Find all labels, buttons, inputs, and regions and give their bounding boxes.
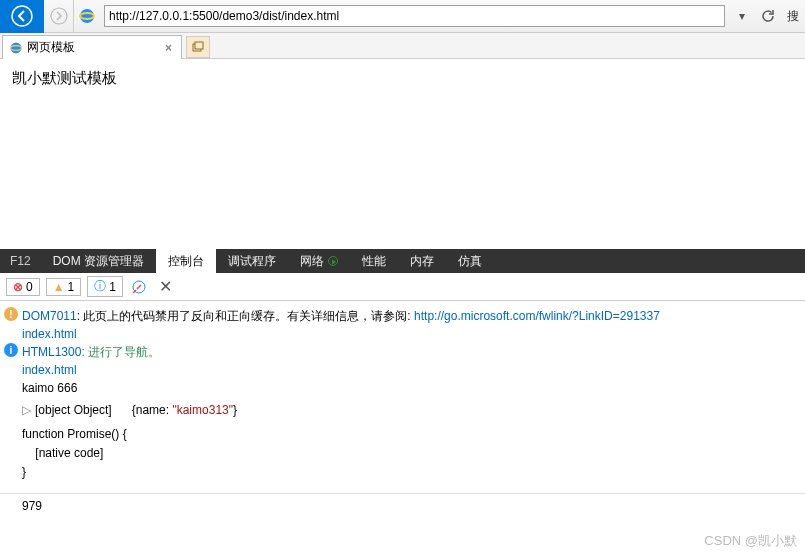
tab-console[interactable]: 控制台 xyxy=(156,249,216,273)
tab-dom-explorer[interactable]: DOM 资源管理器 xyxy=(41,249,156,273)
new-tab-button[interactable] xyxy=(186,36,210,58)
tab-memory[interactable]: 内存 xyxy=(398,249,446,273)
dropdown-button[interactable]: ▾ xyxy=(730,4,754,28)
info-count[interactable]: ⓘ 1 xyxy=(87,276,123,297)
tab-network[interactable]: 网络 xyxy=(288,249,350,273)
watermark: CSDN @凯小默 xyxy=(704,532,797,550)
back-button[interactable] xyxy=(0,0,44,33)
console-object-row[interactable]: ▷[object Object] {name: "kaimo313"} xyxy=(0,399,805,421)
info-icon: ⓘ xyxy=(94,278,106,295)
tab-bar: 网页模板 × xyxy=(0,33,805,59)
msg-code: HTML1300 xyxy=(22,345,81,359)
search-label[interactable]: 搜 xyxy=(781,8,805,25)
console-info-row: i HTML1300: 进行了导航。 xyxy=(0,341,805,363)
tab-debugger[interactable]: 调试程序 xyxy=(216,249,288,273)
warning-icon: ▲ xyxy=(53,280,65,294)
expand-icon[interactable]: ▷ xyxy=(22,403,31,417)
source-file[interactable]: index.html xyxy=(0,363,805,377)
warning-icon: ! xyxy=(4,307,18,321)
forward-button[interactable] xyxy=(44,0,74,33)
console-log-row: 979 xyxy=(0,493,805,517)
error-icon: ⊗ xyxy=(13,280,23,294)
svg-point-4 xyxy=(11,42,22,53)
tab-performance[interactable]: 性能 xyxy=(350,249,398,273)
console-filterbar: ⊗ 0 ▲ 1 ⓘ 1 ✕ xyxy=(0,273,805,301)
console-output: ! DOM7011: 此页上的代码禁用了反向和正向缓存。有关详细信息，请参阅: … xyxy=(0,301,805,521)
svg-point-1 xyxy=(51,8,67,24)
tab-emulation[interactable]: 仿真 xyxy=(446,249,494,273)
warning-count[interactable]: ▲ 1 xyxy=(46,278,82,296)
tab-title: 网页模板 xyxy=(27,39,75,56)
devtools-tabbar: F12 DOM 资源管理器 控制台 调试程序 网络 性能 内存 仿真 xyxy=(0,249,805,273)
error-count[interactable]: ⊗ 0 xyxy=(6,278,40,296)
svg-point-0 xyxy=(12,6,32,26)
msg-code: DOM7011 xyxy=(22,309,77,323)
ie-icon xyxy=(74,7,100,25)
page-content: 凯小默测试模板 xyxy=(0,59,805,249)
browser-navbar: ▾ 搜 xyxy=(0,0,805,33)
console-warning-row: ! DOM7011: 此页上的代码禁用了反向和正向缓存。有关详细信息，请参阅: … xyxy=(0,305,805,327)
ie-icon xyxy=(9,41,23,55)
browser-tab[interactable]: 网页模板 × xyxy=(2,35,182,59)
record-icon xyxy=(328,256,338,266)
address-bar[interactable] xyxy=(104,5,725,27)
f12-label: F12 xyxy=(0,254,41,268)
source-file[interactable]: index.html xyxy=(0,327,805,341)
clear-button[interactable]: ✕ xyxy=(155,277,176,296)
svg-rect-7 xyxy=(195,42,203,49)
svg-point-2 xyxy=(80,9,94,23)
msg-link[interactable]: http://go.microsoft.com/fwlink/?LinkID=2… xyxy=(414,309,660,323)
info-icon: i xyxy=(4,343,18,357)
console-log-row: kaimo 666 xyxy=(0,377,805,399)
close-icon[interactable]: × xyxy=(162,41,175,55)
target-icon[interactable] xyxy=(129,277,149,297)
console-function-row: function Promise() { [native code] } xyxy=(0,421,805,487)
page-heading: 凯小默测试模板 xyxy=(12,69,793,88)
refresh-button[interactable] xyxy=(756,4,780,28)
